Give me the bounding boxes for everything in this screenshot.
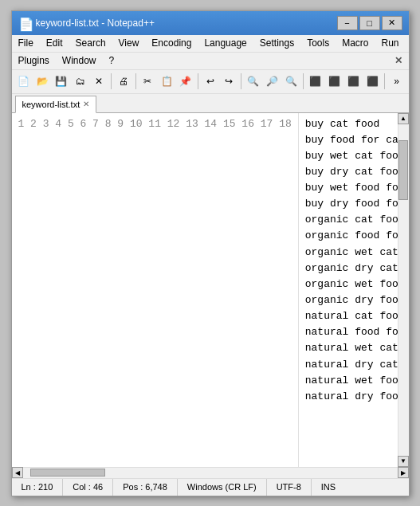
toolbar-new[interactable]: 📄 bbox=[15, 72, 33, 91]
toolbar-cut[interactable]: ✂ bbox=[139, 72, 157, 91]
toolbar-undo[interactable]: ↩ bbox=[202, 72, 219, 91]
toolbar-sync-h[interactable]: ⬛ bbox=[307, 72, 324, 91]
status-bar: Ln : 210 Col : 46 Pos : 6,748 Windows (C… bbox=[12, 478, 409, 496]
toolbar-wordwrap[interactable]: ⬛ bbox=[344, 72, 362, 91]
tab-close-icon[interactable]: ✕ bbox=[83, 100, 89, 108]
toolbar-copy[interactable]: 📋 bbox=[158, 72, 175, 91]
scroll-track-vertical[interactable] bbox=[398, 124, 409, 456]
toolbar-open[interactable]: 📂 bbox=[33, 72, 51, 91]
menu-bar-2: Plugins Window ? ✕ bbox=[12, 53, 409, 70]
toolbar-sep-3 bbox=[198, 73, 198, 89]
menu-language[interactable]: Language bbox=[198, 35, 253, 52]
scrollbar-horizontal[interactable]: ◀ ▶ bbox=[12, 468, 409, 478]
tab-bar: keyword-list.txt ✕ bbox=[12, 94, 409, 113]
status-col: Col : 46 bbox=[63, 479, 113, 496]
menu-question[interactable]: ? bbox=[103, 53, 121, 69]
menu-encoding[interactable]: Encoding bbox=[145, 35, 198, 52]
status-ins: INS bbox=[312, 479, 345, 496]
toolbar-print[interactable]: 🖨 bbox=[115, 72, 132, 91]
toolbar: 📄 📂 💾 🗂 ✕ 🖨 ✂ 📋 📌 ↩ ↪ 🔍 🔎 🔍 ⬛ ⬛ ⬛ ⬛ » bbox=[12, 70, 409, 94]
menu-edit[interactable]: Edit bbox=[40, 35, 69, 52]
menu-x-button[interactable]: ✕ bbox=[388, 53, 409, 69]
toolbar-sep-6 bbox=[384, 73, 385, 89]
toolbar-zoom-in[interactable]: 🔎 bbox=[264, 72, 281, 91]
toolbar-save-all[interactable]: 🗂 bbox=[72, 72, 89, 91]
toolbar-save[interactable]: 💾 bbox=[53, 72, 70, 91]
scroll-thumb-vertical[interactable] bbox=[398, 140, 408, 200]
menu-settings[interactable]: Settings bbox=[253, 35, 300, 52]
minimize-button[interactable]: − bbox=[337, 16, 358, 30]
tab-keyword-list[interactable]: keyword-list.txt ✕ bbox=[15, 96, 97, 113]
menu-bar: File Edit Search View Encoding Language … bbox=[12, 35, 409, 53]
toolbar-sep-1 bbox=[111, 73, 112, 89]
status-ln: Ln : 210 bbox=[12, 479, 64, 496]
line-numbers: 1 2 3 4 5 6 7 8 9 10 11 12 13 14 15 16 1… bbox=[12, 113, 299, 467]
toolbar-find[interactable]: 🔍 bbox=[245, 72, 262, 91]
toolbar-paste[interactable]: 📌 bbox=[177, 72, 194, 91]
maximize-button[interactable]: □ bbox=[359, 16, 380, 30]
tab-label: keyword-list.txt bbox=[22, 100, 80, 109]
scroll-right-arrow[interactable]: ▶ bbox=[398, 467, 409, 478]
editor-content[interactable]: buy cat food buy food for cats buy wet c… bbox=[299, 113, 398, 467]
scroll-thumb-horizontal[interactable] bbox=[30, 469, 105, 477]
toolbar-redo[interactable]: ↪ bbox=[220, 72, 237, 91]
scroll-track-horizontal[interactable] bbox=[23, 468, 398, 478]
close-button[interactable]: ✕ bbox=[382, 16, 402, 30]
scroll-up-arrow[interactable]: ▲ bbox=[398, 113, 409, 124]
toolbar-zoom-out[interactable]: 🔍 bbox=[282, 72, 300, 91]
toolbar-close[interactable]: ✕ bbox=[90, 72, 108, 91]
toolbar-sep-5 bbox=[303, 73, 304, 89]
menu-file[interactable]: File bbox=[12, 35, 40, 52]
editor-container: 1 2 3 4 5 6 7 8 9 10 11 12 13 14 15 16 1… bbox=[12, 113, 409, 467]
toolbar-sep-2 bbox=[135, 73, 136, 89]
menu-window[interactable]: Window bbox=[56, 53, 103, 69]
status-eol: Windows (CR LF) bbox=[178, 479, 267, 496]
toolbar-sep-4 bbox=[241, 73, 241, 89]
app-icon: 📄 bbox=[18, 17, 31, 29]
scrollbar-vertical[interactable]: ▲ ▼ bbox=[398, 113, 409, 467]
menu-tools[interactable]: Tools bbox=[300, 35, 336, 52]
editor-text[interactable]: buy cat food buy food for cats buy wet c… bbox=[299, 113, 398, 409]
main-window: 📄 keyword-list.txt - Notepad++ − □ ✕ Fil… bbox=[11, 10, 410, 496]
window-title: keyword-list.txt - Notepad++ bbox=[36, 18, 332, 29]
menu-search[interactable]: Search bbox=[69, 35, 112, 52]
scrollbar-horizontal-container: ◀ ▶ bbox=[12, 467, 409, 478]
menu-macro[interactable]: Macro bbox=[336, 35, 375, 52]
title-bar-buttons: − □ ✕ bbox=[337, 16, 402, 30]
title-bar: 📄 keyword-list.txt - Notepad++ − □ ✕ bbox=[12, 11, 409, 35]
menu-run[interactable]: Run bbox=[375, 35, 406, 52]
status-encoding: UTF-8 bbox=[267, 479, 312, 496]
scroll-down-arrow[interactable]: ▼ bbox=[398, 456, 409, 467]
toolbar-more[interactable]: » bbox=[388, 72, 406, 91]
menu-view[interactable]: View bbox=[112, 35, 146, 52]
scroll-left-arrow[interactable]: ◀ bbox=[12, 467, 23, 478]
toolbar-sync-v[interactable]: ⬛ bbox=[326, 72, 343, 91]
toolbar-all-chars[interactable]: ⬛ bbox=[363, 72, 381, 91]
menu-plugins[interactable]: Plugins bbox=[12, 53, 56, 69]
status-pos: Pos : 6,748 bbox=[113, 479, 178, 496]
